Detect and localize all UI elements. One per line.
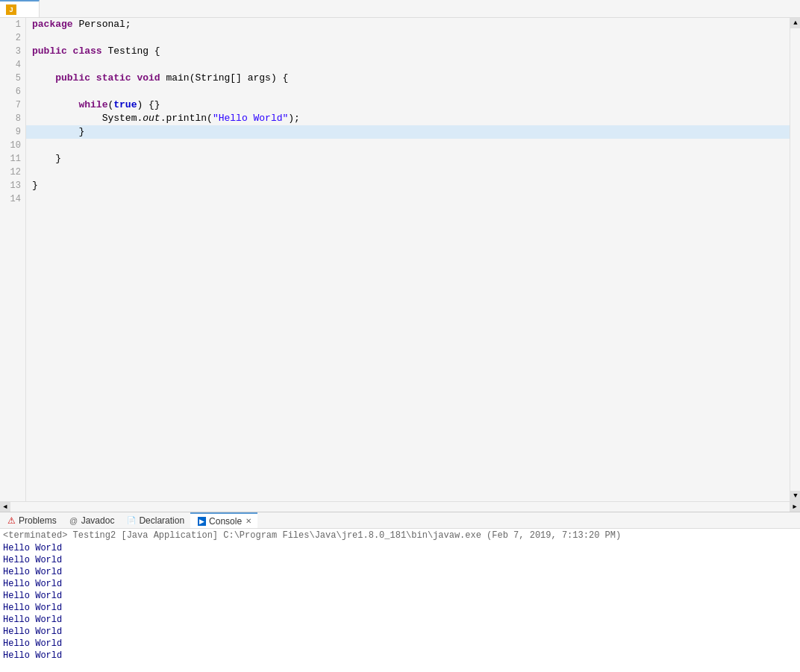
line-number-1: 1 [0, 18, 25, 31]
line-number-6: 6 [0, 85, 25, 98]
line-number-3: 3 [0, 45, 25, 58]
bottom-tab-label: Declaration [139, 515, 184, 526]
declaration-icon: 📄 [126, 515, 137, 526]
code-line-11[interactable]: } [26, 152, 790, 166]
console-output-line: Hello World [3, 602, 797, 614]
console-output-line: Hello World [3, 650, 797, 662]
horizontal-scrollbar[interactable]: ◄ ► [0, 501, 800, 512]
code-line-2[interactable] [26, 31, 790, 45]
bottom-tab-close-button[interactable]: ✕ [246, 517, 251, 525]
bottom-panel: ⚠Problems@Javadoc📄Declaration▶Console✕ <… [0, 512, 800, 672]
bottom-tab-label: Javadoc [81, 515, 115, 526]
console-output-line: Hello World [3, 614, 797, 626]
scroll-down-button[interactable]: ▼ [790, 491, 800, 501]
line-number-2: 2 [0, 31, 25, 45]
bottom-tab-label: Console [209, 516, 242, 527]
code-content[interactable]: package Personal; public class Testing {… [26, 18, 790, 501]
console-output-line: Hello World [3, 554, 797, 566]
editor-main: 1234567891011121314 package Personal; pu… [0, 18, 800, 501]
editor-body: 1234567891011121314 package Personal; pu… [0, 18, 800, 512]
line-number-9: 9 [0, 125, 25, 139]
console-output-line: Hello World [3, 590, 797, 602]
console-output-line: Hello World [3, 542, 797, 554]
console-icon: ▶ [196, 516, 207, 527]
line-numbers: 1234567891011121314 [0, 18, 26, 501]
bottom-tab-javadoc[interactable]: @Javadoc [63, 512, 121, 528]
bottom-tab-console[interactable]: ▶Console✕ [190, 512, 257, 528]
code-line-12[interactable] [26, 166, 790, 179]
tab-bar: J [0, 0, 800, 18]
line-number-8: 8 [0, 112, 25, 125]
code-line-3[interactable]: public class Testing { [26, 45, 790, 58]
bottom-tab-problems[interactable]: ⚠Problems [0, 512, 63, 528]
line-number-11: 11 [0, 152, 25, 166]
editor-code-row: package Personal; public class Testing {… [26, 18, 800, 501]
tab-close-button[interactable] [22, 4, 33, 15]
line-number-12: 12 [0, 166, 25, 179]
bottom-tab-declaration[interactable]: 📄Declaration [120, 512, 190, 528]
code-line-14[interactable] [26, 192, 790, 206]
line-number-10: 10 [0, 139, 25, 152]
code-line-1[interactable]: package Personal; [26, 18, 790, 31]
scroll-track [790, 28, 800, 491]
scroll-up-button[interactable]: ▲ [790, 18, 800, 28]
problems-icon: ⚠ [6, 515, 16, 526]
h-scroll-track [10, 502, 790, 512]
code-line-6[interactable] [26, 85, 790, 98]
tab-testing-java[interactable]: J [0, 0, 40, 17]
code-line-9[interactable]: } [26, 125, 790, 139]
code-line-5[interactable]: public static void main(String[] args) { [26, 72, 790, 85]
java-file-icon: J [6, 4, 16, 15]
console-output-line: Hello World [3, 638, 797, 650]
line-number-13: 13 [0, 179, 25, 192]
scroll-left-button[interactable]: ◄ [0, 502, 10, 512]
console-status: <terminated> Testing2 [Java Application]… [3, 530, 797, 541]
bottom-tab-label: Problems [19, 515, 57, 526]
line-number-14: 14 [0, 192, 25, 206]
line-number-4: 4 [0, 58, 25, 72]
line-number-5: 5 [0, 72, 25, 85]
console-output-line: Hello World [3, 566, 797, 578]
line-number-7: 7 [0, 98, 25, 112]
code-line-10[interactable] [26, 139, 790, 152]
bottom-tab-bar: ⚠Problems@Javadoc📄Declaration▶Console✕ [0, 512, 800, 529]
code-line-13[interactable]: } [26, 179, 790, 192]
console-output[interactable]: <terminated> Testing2 [Java Application]… [0, 529, 800, 672]
javadoc-icon: @ [69, 515, 79, 526]
code-line-4[interactable] [26, 58, 790, 72]
code-line-7[interactable]: while(true) {} [26, 98, 790, 112]
scroll-right-button[interactable]: ► [790, 502, 800, 512]
console-output-line: Hello World [3, 578, 797, 590]
code-line-8[interactable]: System.out.println("Hello World"); [26, 112, 790, 125]
vertical-scrollbar[interactable]: ▲ ▼ [790, 18, 800, 501]
console-output-line: Hello World [3, 626, 797, 638]
